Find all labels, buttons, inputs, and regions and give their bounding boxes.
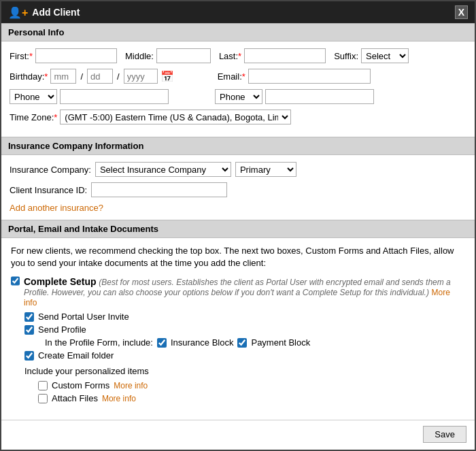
custom-forms-label: Custom Forms [52, 380, 109, 390]
birthday-label: Birthday:* [10, 71, 48, 82]
title-bar: 👤+ Add Client X [1, 1, 475, 23]
suffix-label: Suffix: [334, 51, 358, 61]
add-client-icon: 👤+ [8, 6, 28, 19]
insurance-company-label: Insurance Company: [10, 165, 91, 175]
close-button[interactable]: X [455, 5, 468, 19]
first-input[interactable] [35, 48, 117, 63]
send-portal-invite-checkbox[interactable] [24, 312, 34, 322]
birthday-email-row: Birthday:* / / 📅 Email:* [10, 69, 466, 84]
complete-setup-content: Complete Setup (Best for most users. Est… [24, 276, 465, 307]
send-profile-checkbox[interactable] [24, 325, 34, 335]
save-button[interactable]: Save [423, 426, 466, 443]
email-input[interactable] [248, 69, 371, 84]
footer: Save [1, 420, 475, 448]
complete-setup-checkbox[interactable] [11, 276, 20, 286]
client-ins-id-row: Client Insurance ID: [10, 182, 466, 197]
send-profile-row: Send Profile [24, 324, 465, 335]
client-ins-id-input[interactable] [91, 182, 227, 197]
timezone-label: Time Zone:* [10, 112, 57, 122]
complete-setup-label: Complete Setup [24, 276, 97, 287]
profile-include-text: In the Profile Form, include: [45, 337, 153, 348]
middle-input[interactable] [156, 48, 211, 63]
portal-body: For new clients, we recommend checking t… [1, 238, 475, 413]
portal-section-header: Portal, Email and Intake Documents [1, 220, 475, 238]
add-insurance-row: Add another insurance? [10, 203, 466, 213]
suffix-select[interactable]: Select Jr. Sr. II III IV MD PhD [361, 48, 409, 63]
create-email-folder-row: Create Email folder [24, 350, 465, 361]
attach-files-row: Attach Files More info [38, 393, 465, 403]
insurance-company-row: Insurance Company: Select Insurance Comp… [10, 162, 466, 177]
insurance-section-header: Insurance Company Information [1, 137, 475, 155]
portal-intro-text: For new clients, we recommend checking t… [11, 245, 465, 269]
send-profile-label: Send Profile [38, 324, 86, 335]
birthday-mm-input[interactable] [50, 69, 76, 84]
complete-setup-row: Complete Setup (Best for most users. Est… [11, 276, 465, 307]
last-label: Last:* [219, 51, 241, 61]
phone-input-1[interactable] [60, 89, 169, 104]
send-portal-invite-label: Send Portal User Invite [38, 312, 129, 322]
title-bar-left: 👤+ Add Client [8, 6, 80, 19]
add-client-window: 👤+ Add Client X Personal Info First:* Mi… [0, 0, 476, 451]
birthday-dd-input[interactable] [87, 69, 113, 84]
phone-type-select-1[interactable]: Phone Cell Work Fax Other [10, 89, 57, 104]
insurance-block-checkbox[interactable] [157, 338, 167, 348]
insurance-block-label: Insurance Block [171, 337, 234, 348]
insurance-company-select[interactable]: Select Insurance Company [95, 162, 231, 177]
attach-files-checkbox[interactable] [38, 394, 48, 403]
attach-files-more-info[interactable]: More info [102, 394, 136, 403]
phone-type-select-2[interactable]: Phone Cell Work Fax Other [215, 89, 262, 104]
insurance-type-select[interactable]: Primary Secondary Tertiary [235, 162, 296, 177]
add-insurance-link[interactable]: Add another insurance? [10, 203, 103, 213]
personalized-section: Include your personalized items Custom F… [24, 366, 465, 403]
custom-forms-row: Custom Forms More info [38, 380, 465, 390]
date-sep-1: / [80, 71, 83, 82]
create-email-folder-checkbox[interactable] [24, 351, 34, 361]
last-input[interactable] [244, 48, 326, 63]
calendar-icon[interactable]: 📅 [160, 70, 174, 83]
window-title: Add Client [32, 7, 80, 18]
insurance-body: Insurance Company: Select Insurance Comp… [1, 155, 475, 220]
phone-row: Phone Cell Work Fax Other Phone Cell Wor… [10, 89, 466, 104]
date-sep-2: / [117, 71, 120, 82]
name-row: First:* Middle: Last:* Suffix: Select Jr… [10, 48, 466, 63]
client-ins-id-label: Client Insurance ID: [10, 185, 87, 195]
send-portal-invite-row: Send Portal User Invite [24, 312, 465, 322]
middle-label: Middle: [125, 51, 154, 61]
timezone-row: Time Zone:* (GMT -5:00) Eastern Time (US… [10, 110, 466, 124]
personal-info-header: Personal Info [1, 23, 475, 41]
first-label: First:* [10, 51, 33, 61]
custom-forms-more-info[interactable]: More info [114, 381, 148, 390]
phone-input-2[interactable] [265, 89, 374, 104]
timezone-select[interactable]: (GMT -5:00) Eastern Time (US & Canada), … [60, 110, 291, 124]
personalized-header: Include your personalized items [24, 366, 465, 376]
payment-block-label: Payment Block [251, 337, 310, 348]
create-email-folder-label: Create Email folder [38, 350, 114, 361]
personal-info-body: First:* Middle: Last:* Suffix: Select Jr… [1, 41, 475, 137]
email-label: Email:* [218, 71, 245, 82]
birthday-yyyy-input[interactable] [124, 69, 158, 84]
payment-block-checkbox[interactable] [237, 338, 247, 348]
profile-include-row: In the Profile Form, include: Insurance … [45, 337, 465, 348]
attach-files-label: Attach Files [52, 393, 98, 403]
custom-forms-checkbox[interactable] [38, 381, 48, 390]
